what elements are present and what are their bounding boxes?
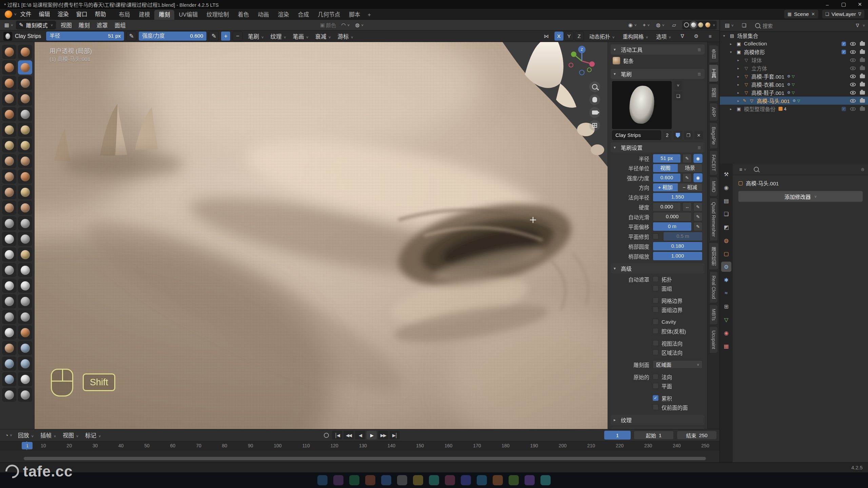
pin-icon[interactable]: ◎ <box>861 167 864 171</box>
properties-tab[interactable]: ◉ <box>721 182 731 192</box>
brush-tool-button[interactable] <box>18 154 32 168</box>
sidebar-tab[interactable]: Quad Remesher <box>710 198 717 241</box>
taskbar-app-icon[interactable] <box>333 475 343 485</box>
add-modifier-button[interactable]: 添加修改器 ˅ <box>738 191 863 202</box>
expand-chevron-icon[interactable]: ▸ <box>737 58 743 62</box>
hide-eye-icon[interactable] <box>850 66 856 70</box>
sculpt-option-menu[interactable]: 选项 ˅ <box>653 33 674 40</box>
tool-menu-item[interactable]: 纹理 ˅ <box>267 32 289 40</box>
ortho-toggle-button[interactable] <box>589 120 600 131</box>
timeline-menu-item[interactable]: 视图 ˅ <box>59 431 82 439</box>
sculpt-option-menu[interactable]: 重构网格 ˅ <box>619 33 651 40</box>
brush-tool-button[interactable] <box>2 294 16 308</box>
brush-tool-button[interactable] <box>2 325 16 340</box>
pen-icon[interactable]: ✎ <box>693 212 703 221</box>
outliner-item-label[interactable]: 立方体 <box>751 64 767 72</box>
unlink-icon[interactable]: ✕ <box>811 12 815 17</box>
active-brush-chip[interactable]: Clay Strips <box>3 32 41 41</box>
menu-item[interactable]: 渲染 <box>54 9 72 20</box>
timeline-menu-item[interactable]: 回放 ˅ <box>15 431 37 439</box>
brush-tool-button[interactable] <box>2 232 16 246</box>
checkbox[interactable] <box>653 307 658 312</box>
brush-tool-button[interactable] <box>18 60 32 75</box>
exclude-checkbox[interactable] <box>842 42 846 46</box>
taskbar-app-icon[interactable] <box>317 475 328 485</box>
properties-tab[interactable]: ▤ <box>721 196 731 206</box>
timeline-track[interactable] <box>0 450 719 463</box>
menu-item[interactable]: 文件 <box>16 9 35 20</box>
brush-tool-button[interactable] <box>18 372 32 386</box>
tool-menu-item[interactable]: 衰减 ˅ <box>312 32 334 40</box>
viewport-menu-item[interactable]: 雕刻 <box>75 21 93 29</box>
sidebar-tab[interactable]: 工具 <box>709 65 718 82</box>
viewlayer-selector[interactable]: ❏ ViewLayer ∇ <box>822 9 865 19</box>
hide-eye-icon[interactable] <box>850 99 856 103</box>
brush-tool-button[interactable] <box>18 341 32 355</box>
sidebar-tab[interactable]: BagaPie <box>710 123 717 148</box>
properties-tab[interactable]: ⚙ <box>721 262 731 272</box>
taskbar-app-icon[interactable] <box>349 475 359 485</box>
menu-item[interactable]: 窗口 <box>72 9 91 20</box>
outliner-item-label[interactable]: 高模-衣裤.001 <box>751 81 784 88</box>
outliner-row[interactable]: ▸ ✎ ▽ 立方体 ⚙▽ <box>720 64 868 72</box>
brush-tool-button[interactable] <box>18 232 32 246</box>
outliner-item-label[interactable]: 高模修形 <box>744 48 765 56</box>
taskbar-app-icon[interactable] <box>397 475 407 485</box>
sidebar-tab[interactable]: 视图 <box>709 84 718 101</box>
chevron-down-icon[interactable]: ˅ <box>863 23 865 27</box>
outliner-item-label[interactable]: 高模-马头.001 <box>757 97 790 104</box>
brush-tool-button[interactable] <box>2 60 16 75</box>
brush-tool-button[interactable] <box>2 138 16 152</box>
sculpt-plane-dropdown[interactable]: 区域面˅ <box>653 360 703 369</box>
brush-tool-button[interactable] <box>2 76 16 90</box>
brush-tool-button[interactable] <box>2 45 16 59</box>
brush-tool-button[interactable] <box>18 247 32 262</box>
checkbox[interactable] <box>653 374 658 380</box>
disable-render-icon[interactable] <box>860 42 865 46</box>
taskbar-app-icon[interactable] <box>493 475 503 485</box>
properties-tab[interactable]: ⚒ <box>721 169 731 179</box>
taskbar-app-icon[interactable] <box>461 475 471 485</box>
visibility-dropdown[interactable]: ◉ ˅ <box>627 21 638 29</box>
filter-funnel-icon[interactable]: ∇ <box>856 23 859 28</box>
camera-view-button[interactable] <box>589 107 600 118</box>
tool-menu-item[interactable]: 游标 ˅ <box>334 32 356 40</box>
playback-button[interactable]: ▶│ <box>390 431 400 440</box>
workspace-tab[interactable]: 布局 <box>114 10 134 20</box>
direction-subtract-button[interactable]: − <box>233 31 242 41</box>
brush-tool-button[interactable] <box>2 247 16 262</box>
outliner-item-label[interactable]: 模型整理备份 <box>744 105 775 113</box>
brush-name-field[interactable]: Clay Strips <box>612 130 661 140</box>
expand-chevron-icon[interactable]: ▸ <box>737 66 743 70</box>
outliner-item-label[interactable]: 高模-鞋子.001 <box>751 89 784 96</box>
disable-render-icon[interactable] <box>860 66 865 70</box>
workspace-tab[interactable]: 脚本 <box>344 10 364 20</box>
exclude-checkbox[interactable] <box>842 107 846 111</box>
strength-pressure-icon[interactable]: ✎ <box>209 31 219 41</box>
outliner-row[interactable]: ▸ ✎ ▣ 模型整理备份 ⚙▽ 4 <box>720 105 868 113</box>
brush-tool-button[interactable] <box>18 201 32 215</box>
disable-render-icon[interactable] <box>860 99 865 103</box>
taskbar-app-icon[interactable] <box>445 475 455 485</box>
radius-unit-option[interactable]: 场景 <box>678 164 703 172</box>
checkbox[interactable] <box>653 340 658 346</box>
brush-section-header[interactable]: ▾ 笔刷 ≣ <box>611 69 705 79</box>
scene-selector[interactable]: ▦ Scene ✕ <box>784 9 818 19</box>
filter-funnel-icon[interactable]: ∇ <box>676 32 688 41</box>
strength-slider[interactable]: 强度/力度 0.600 <box>138 31 207 41</box>
brush-tool-button[interactable] <box>18 263 32 277</box>
outliner-row[interactable]: ▸ ✎ ▽ 高模-马头.001 ⚙▽ <box>720 97 868 105</box>
brush-tool-button[interactable] <box>2 388 16 402</box>
brush-tool-button[interactable] <box>18 169 32 184</box>
pressure-icon[interactable]: ◉ <box>693 154 703 163</box>
outliner-row[interactable]: ▾ ✎ ▣ 高模修形 ⚙▽ <box>720 48 868 56</box>
timeline-scrollbar[interactable] <box>24 457 706 460</box>
checkbox[interactable] <box>653 276 658 282</box>
brush-settings-header[interactable]: ▾ 笔刷设置 ≣ <box>611 142 705 152</box>
playback-button[interactable]: ◀ <box>355 431 365 440</box>
brush-image-icon[interactable]: ❏ <box>674 92 683 100</box>
tool-menu-item[interactable]: 笔刷 ˅ <box>244 32 267 40</box>
properties-tab[interactable]: ⊞ <box>721 301 731 311</box>
xray-toggle[interactable]: ▱ <box>668 21 680 29</box>
settings-gear-icon[interactable]: ⚙ <box>690 32 702 41</box>
